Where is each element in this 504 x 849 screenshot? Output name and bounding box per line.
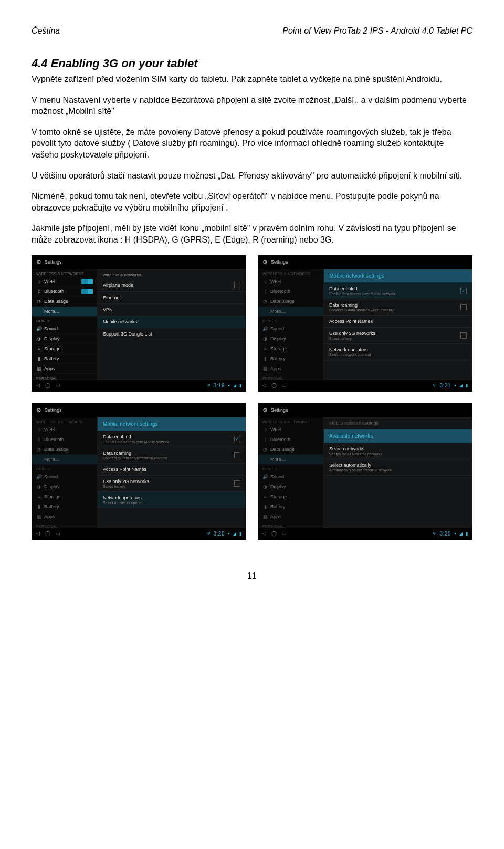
sidebar-item-wifi: ⎐Wi-Fi	[258, 277, 323, 287]
sidebar-item-apps[interactable]: ▦Apps	[32, 364, 97, 374]
row-network-operators[interactable]: Network operatorsSelect a network operat…	[98, 492, 246, 508]
back-icon[interactable]: ◁	[262, 383, 266, 388]
android-navbar: ◁◯▭ Ψ3:20▾◢▮	[258, 528, 472, 539]
home-icon[interactable]: ◯	[271, 531, 277, 536]
row-data-roaming[interactable]: Data roamingConnect to data services whe…	[324, 299, 472, 316]
row-data-enabled[interactable]: Data enabledEnable data access over Mobi…	[98, 431, 246, 447]
row-search-networks[interactable]: Search networksSearch for all available …	[324, 443, 472, 459]
row-airplane-mode[interactable]: Airplane mode	[98, 279, 246, 292]
gear-icon: ⚙	[36, 259, 41, 266]
data-roaming-checkbox[interactable]	[234, 452, 240, 458]
clock: 3:20	[214, 531, 225, 537]
row-use-2g[interactable]: Use only 2G networksSaves battery	[98, 476, 246, 492]
sidebar-item-storage: ≡Storage	[258, 344, 323, 354]
popup-header: Mobile network settings	[324, 269, 472, 283]
settings-title: Settings	[271, 259, 288, 265]
paragraph-5: Nicméně, pokud tomu tak není, otevřete v…	[32, 191, 472, 213]
home-icon[interactable]: ◯	[271, 383, 277, 388]
bluetooth-toggle[interactable]	[81, 289, 93, 294]
settings-content: Wireless & networks Airplane mode Ethern…	[98, 269, 246, 380]
screenshot-3: ⚙Settings WIRELESS & NETWORKS ⎐Wi-Fi ᛒBl…	[32, 403, 246, 540]
settings-sidebar-dimmed: WIRELESS & NETWORKS ⎐Wi-Fi ᛒBluetooth ◔D…	[258, 417, 324, 528]
recent-icon[interactable]: ▭	[282, 383, 287, 388]
gear-icon: ⚙	[262, 407, 268, 414]
data-roaming-checkbox[interactable]	[460, 304, 467, 310]
sidebar-item-apps: ▦Apps	[258, 364, 323, 374]
paragraph-1: Vypněte zařízení před vložením SIM karty…	[32, 74, 472, 85]
row-select-automatically[interactable]: Select automaticallyAutomatically select…	[324, 459, 472, 476]
sidebar-item-data-usage: ◔Data usage	[258, 297, 323, 307]
recent-icon[interactable]: ▭	[56, 531, 60, 536]
airplane-checkbox[interactable]	[234, 282, 240, 288]
home-icon[interactable]: ◯	[45, 531, 50, 536]
apps-icon: ▦	[36, 366, 41, 371]
gear-icon: ⚙	[262, 259, 268, 266]
settings-title: Settings	[45, 259, 62, 265]
android-navbar: ◁◯▭ Ψ3:19▾◢▮	[32, 380, 246, 391]
sidebar-item-battery[interactable]: ▮Battery	[32, 354, 97, 364]
paragraph-4: U většinu operátorů stačí nastavit pouze…	[32, 170, 472, 182]
paragraph-6: Jakmile jste připojení, měli by jste vid…	[32, 223, 472, 245]
page-number: 11	[32, 571, 472, 581]
wifi-status-icon: ▾	[454, 383, 456, 388]
wifi-toggle[interactable]	[81, 279, 93, 284]
settings-sidebar-dimmed: WIRELESS & NETWORKS ⎐Wi-Fi ᛒBluetooth ◔D…	[32, 417, 98, 528]
use-2g-checkbox[interactable]	[234, 480, 240, 487]
row-mobile-networks[interactable]: Mobile networks	[98, 316, 246, 328]
sidebar-item-display[interactable]: ◑Display	[32, 334, 97, 344]
wifi-status-icon: ▾	[228, 531, 230, 536]
signal-icon: ◢	[459, 531, 463, 536]
sidebar-item-more[interactable]: More…	[32, 307, 97, 317]
settings-title: Settings	[45, 407, 62, 413]
data-enabled-checkbox[interactable]: ✓	[460, 288, 467, 294]
screenshot-2: ⚙Settings WIRELESS & NETWORKS ⎐Wi-Fi ᛒBl…	[258, 255, 472, 392]
sidebar-item-bluetooth[interactable]: ᛒBluetooth	[32, 287, 97, 297]
battery-status-icon: ▮	[466, 383, 468, 388]
row-network-operators[interactable]: Network operatorsSelect a network operat…	[324, 344, 472, 360]
section-wireless: WIRELESS & NETWORKS	[32, 269, 97, 277]
home-icon[interactable]: ◯	[45, 383, 50, 388]
screenshot-4: ⚙Settings WIRELESS & NETWORKS ⎐Wi-Fi ᛒBl…	[258, 403, 472, 540]
sidebar-item-data-usage[interactable]: ◔Data usage	[32, 297, 97, 307]
usb-icon: Ψ	[433, 531, 437, 536]
back-icon[interactable]: ◁	[262, 531, 266, 536]
row-use-2g[interactable]: Use only 2G networksSaves battery	[324, 328, 472, 344]
sidebar-item-more: More…	[258, 307, 323, 317]
settings-sidebar: WIRELESS & NETWORKS ⎐Wi-Fi ᛒBluetooth ◔D…	[32, 269, 98, 380]
back-icon[interactable]: ◁	[36, 383, 40, 388]
display-icon: ◑	[36, 336, 41, 341]
row-vpn[interactable]: VPN	[98, 304, 246, 316]
paragraph-3: V tomto okně se ujistěte, že máte povole…	[32, 127, 472, 161]
storage-icon: ≡	[36, 346, 41, 351]
use-2g-checkbox[interactable]	[460, 332, 467, 339]
wifi-icon: ⎐	[36, 279, 41, 284]
back-icon[interactable]: ◁	[36, 531, 40, 536]
gear-icon: ⚙	[36, 407, 41, 414]
row-data-roaming[interactable]: Data roamingConnect to data services whe…	[98, 447, 246, 464]
clock: 3:19	[214, 383, 225, 389]
sound-icon: 🔊	[36, 326, 41, 331]
wifi-status-icon: ▾	[454, 531, 456, 536]
row-apn[interactable]: Access Point Names	[98, 464, 246, 476]
sidebar-item-storage[interactable]: ≡Storage	[32, 344, 97, 354]
sidebar-item-wifi[interactable]: ⎐Wi-Fi	[32, 277, 97, 287]
section-personal: PERSONAL	[32, 374, 97, 380]
sidebar-item-sound[interactable]: 🔊Sound	[32, 324, 97, 334]
battery-status-icon: ▮	[239, 531, 242, 536]
row-data-enabled[interactable]: Data enabledEnable data access over Mobi…	[324, 283, 472, 299]
sidebar-item-sound: 🔊Sound	[258, 324, 323, 334]
signal-icon: ◢	[459, 383, 463, 388]
paragraph-2: V menu Nastavení vyberte v nabídce Bezdr…	[32, 95, 472, 117]
mobile-network-popup: Mobile network settings Data enabledEnab…	[324, 269, 472, 380]
row-apn[interactable]: Access Point Names	[324, 316, 472, 328]
sidebar-item-bluetooth: ᛒBluetooth	[258, 287, 323, 297]
usb-icon: Ψ	[433, 383, 437, 388]
data-enabled-checkbox[interactable]: ✓	[234, 436, 240, 442]
recent-icon[interactable]: ▭	[56, 383, 60, 388]
row-support-3g[interactable]: Support 3G Dongle List	[98, 328, 246, 340]
signal-icon: ◢	[233, 531, 236, 536]
signal-icon: ◢	[233, 383, 236, 388]
battery-status-icon: ▮	[466, 531, 468, 536]
recent-icon[interactable]: ▭	[282, 531, 287, 536]
row-ethernet[interactable]: Ethernet	[98, 292, 246, 304]
